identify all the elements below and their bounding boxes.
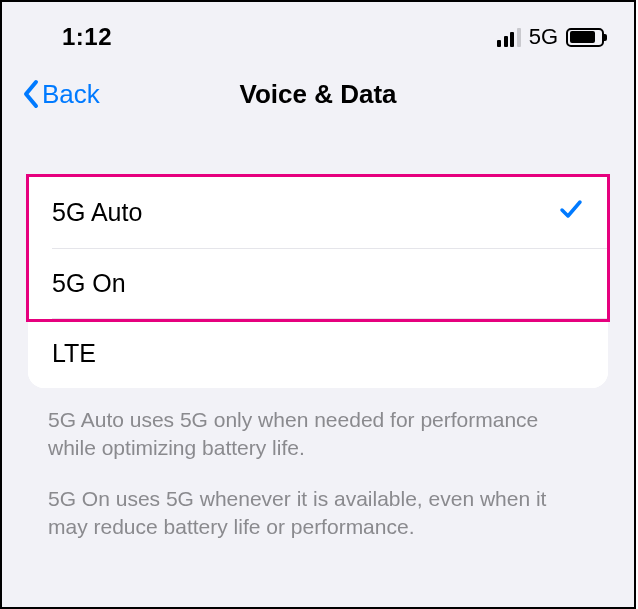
back-label: Back [42,79,100,110]
option-5g-auto[interactable]: 5G Auto [28,176,608,248]
option-lte[interactable]: LTE [28,319,608,388]
footer-paragraph-1: 5G Auto uses 5G only when needed for per… [48,406,588,463]
chevron-left-icon [22,79,40,109]
device-frame: 1:12 5G Back Voice & Data 5G Auto [0,0,636,609]
checkmark-icon [558,196,584,228]
status-bar: 1:12 5G [2,2,634,62]
navigation-bar: Back Voice & Data [2,62,634,132]
status-time: 1:12 [62,23,112,51]
cellular-signal-icon [497,28,521,47]
option-label: LTE [52,339,96,368]
status-right: 5G [497,24,604,50]
battery-icon [566,28,604,47]
option-label: 5G Auto [52,198,142,227]
options-list: 5G Auto 5G On LTE [28,176,608,388]
network-type-label: 5G [529,24,558,50]
footer-text: 5G Auto uses 5G only when needed for per… [2,388,634,541]
back-button[interactable]: Back [22,79,100,110]
option-label: 5G On [52,269,126,298]
option-5g-on[interactable]: 5G On [28,249,608,318]
footer-paragraph-2: 5G On uses 5G whenever it is available, … [48,485,588,542]
